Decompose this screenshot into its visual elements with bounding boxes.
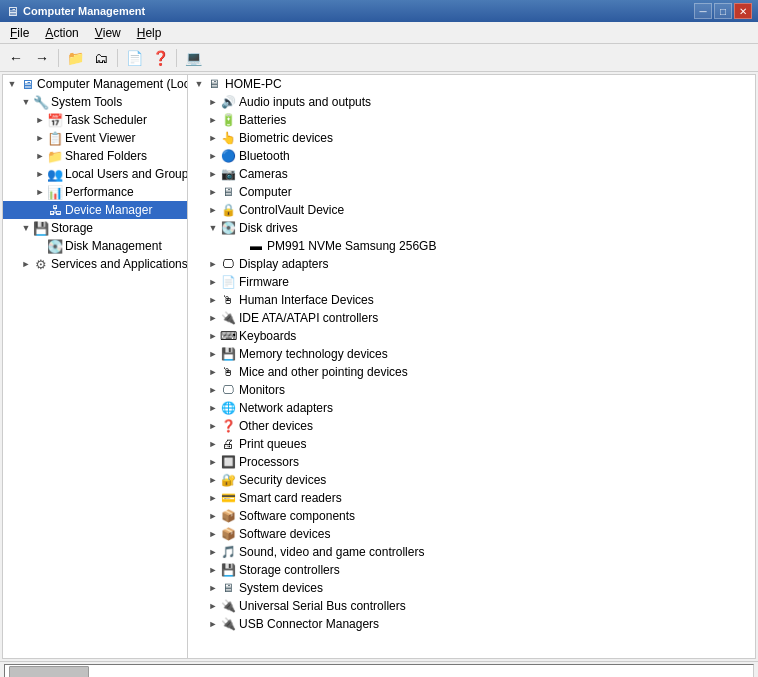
expand-biometric[interactable]: ► [206, 131, 220, 145]
toolbar-properties[interactable]: 📄 [122, 47, 146, 69]
expand-monitors[interactable]: ► [206, 383, 220, 397]
expand-local-users[interactable]: ► [33, 167, 47, 181]
expand-print-queues[interactable]: ► [206, 437, 220, 451]
maximize-button[interactable]: □ [714, 3, 732, 19]
expand-computer-management[interactable]: ▼ [5, 77, 19, 91]
expand-cameras[interactable]: ► [206, 167, 220, 181]
tree-storage[interactable]: ▼ 💾 Storage [3, 219, 187, 237]
expand-disk-drives[interactable]: ▼ [206, 221, 220, 235]
expand-performance[interactable]: ► [33, 185, 47, 199]
expand-batteries[interactable]: ► [206, 113, 220, 127]
right-memory-tech[interactable]: ► 💾 Memory technology devices [188, 345, 755, 363]
expand-smart-card-readers[interactable]: ► [206, 491, 220, 505]
tree-shared-folders[interactable]: ► 📁 Shared Folders [3, 147, 187, 165]
minimize-button[interactable]: ─ [694, 3, 712, 19]
processors-label: Processors [239, 455, 299, 469]
expand-memory-tech[interactable]: ► [206, 347, 220, 361]
expand-firmware[interactable]: ► [206, 275, 220, 289]
right-batteries[interactable]: ► 🔋 Batteries [188, 111, 755, 129]
right-keyboards[interactable]: ► ⌨ Keyboards [188, 327, 755, 345]
expand-hid[interactable]: ► [206, 293, 220, 307]
tree-system-tools[interactable]: ▼ 🔧 System Tools [3, 93, 187, 111]
expand-network-adapters[interactable]: ► [206, 401, 220, 415]
right-ide-ata[interactable]: ► 🔌 IDE ATA/ATAPI controllers [188, 309, 755, 327]
tree-performance[interactable]: ► 📊 Performance [3, 183, 187, 201]
expand-system-devices[interactable]: ► [206, 581, 220, 595]
local-users-icon: 👥 [47, 166, 63, 182]
menu-view[interactable]: View [87, 22, 129, 43]
expand-bluetooth[interactable]: ► [206, 149, 220, 163]
toolbar-back[interactable]: ← [4, 47, 28, 69]
expand-software-devices[interactable]: ► [206, 527, 220, 541]
right-print-queues[interactable]: ► 🖨 Print queues [188, 435, 755, 453]
right-mice[interactable]: ► 🖱 Mice and other pointing devices [188, 363, 755, 381]
right-security-devices[interactable]: ► 🔐 Security devices [188, 471, 755, 489]
expand-services-apps[interactable]: ► [19, 257, 33, 271]
expand-computer[interactable]: ► [206, 185, 220, 199]
right-monitors[interactable]: ► 🖵 Monitors [188, 381, 755, 399]
right-display-adapters[interactable]: ► 🖵 Display adapters [188, 255, 755, 273]
toolbar-up[interactable]: 📁 [63, 47, 87, 69]
expand-sound-video[interactable]: ► [206, 545, 220, 559]
right-network-adapters[interactable]: ► 🌐 Network adapters [188, 399, 755, 417]
menu-file[interactable]: File [2, 22, 37, 43]
right-controlvault[interactable]: ► 🔒 ControlVault Device [188, 201, 755, 219]
right-firmware[interactable]: ► 📄 Firmware [188, 273, 755, 291]
expand-controlvault[interactable]: ► [206, 203, 220, 217]
right-audio[interactable]: ► 🔊 Audio inputs and outputs [188, 93, 755, 111]
right-software-devices[interactable]: ► 📦 Software devices [188, 525, 755, 543]
expand-other-devices[interactable]: ► [206, 419, 220, 433]
expand-shared-folders[interactable]: ► [33, 149, 47, 163]
disk-management-label: Disk Management [65, 239, 162, 253]
right-smart-card-readers[interactable]: ► 💳 Smart card readers [188, 489, 755, 507]
right-computer-root[interactable]: ▼ 🖥 HOME-PC [188, 75, 755, 93]
right-usb-controllers[interactable]: ► 🔌 Universal Serial Bus controllers [188, 597, 755, 615]
right-other-devices[interactable]: ► ❓ Other devices [188, 417, 755, 435]
expand-usb-controllers[interactable]: ► [206, 599, 220, 613]
expand-home-pc[interactable]: ▼ [192, 77, 206, 91]
expand-ide-ata[interactable]: ► [206, 311, 220, 325]
toolbar-monitor[interactable]: 💻 [181, 47, 205, 69]
tree-device-manager[interactable]: ► 🖧 Device Manager [3, 201, 187, 219]
right-system-devices[interactable]: ► 🖥 System devices [188, 579, 755, 597]
expand-event-viewer[interactable]: ► [33, 131, 47, 145]
expand-usb-connector-managers[interactable]: ► [206, 617, 220, 631]
right-bluetooth[interactable]: ► 🔵 Bluetooth [188, 147, 755, 165]
expand-software-components[interactable]: ► [206, 509, 220, 523]
toolbar-show-hide[interactable]: 🗂 [89, 47, 113, 69]
right-software-components[interactable]: ► 📦 Software components [188, 507, 755, 525]
expand-mice[interactable]: ► [206, 365, 220, 379]
expand-audio[interactable]: ► [206, 95, 220, 109]
right-cameras[interactable]: ► 📷 Cameras [188, 165, 755, 183]
right-disk-drives[interactable]: ▼ 💽 Disk drives [188, 219, 755, 237]
display-adapters-label: Display adapters [239, 257, 328, 271]
menu-help[interactable]: Help [129, 22, 170, 43]
menu-action[interactable]: Action [37, 22, 86, 43]
tree-computer-management[interactable]: ▼ 🖥 Computer Management (Local [3, 75, 187, 93]
right-sound-video[interactable]: ► 🎵 Sound, video and game controllers [188, 543, 755, 561]
expand-system-tools[interactable]: ▼ [19, 95, 33, 109]
expand-storage-controllers[interactable]: ► [206, 563, 220, 577]
expand-security-devices[interactable]: ► [206, 473, 220, 487]
right-usb-connector-managers[interactable]: ► 🔌 USB Connector Managers [188, 615, 755, 633]
tree-local-users[interactable]: ► 👥 Local Users and Groups [3, 165, 187, 183]
expand-display-adapters[interactable]: ► [206, 257, 220, 271]
right-storage-controllers[interactable]: ► 💾 Storage controllers [188, 561, 755, 579]
close-button[interactable]: ✕ [734, 3, 752, 19]
scrollbar-track[interactable] [9, 665, 89, 678]
toolbar-help[interactable]: ❓ [148, 47, 172, 69]
expand-task-scheduler[interactable]: ► [33, 113, 47, 127]
expand-processors[interactable]: ► [206, 455, 220, 469]
expand-keyboards[interactable]: ► [206, 329, 220, 343]
tree-event-viewer[interactable]: ► 📋 Event Viewer [3, 129, 187, 147]
right-hid[interactable]: ► 🖱 Human Interface Devices [188, 291, 755, 309]
expand-storage[interactable]: ▼ [19, 221, 33, 235]
right-pm991[interactable]: ► ▬ PM991 NVMe Samsung 256GB [188, 237, 755, 255]
toolbar-forward[interactable]: → [30, 47, 54, 69]
tree-services-apps[interactable]: ► ⚙ Services and Applications [3, 255, 187, 273]
right-computer[interactable]: ► 🖥 Computer [188, 183, 755, 201]
right-processors[interactable]: ► 🔲 Processors [188, 453, 755, 471]
tree-task-scheduler[interactable]: ► 📅 Task Scheduler [3, 111, 187, 129]
right-biometric[interactable]: ► 👆 Biometric devices [188, 129, 755, 147]
tree-disk-management[interactable]: 💽 Disk Management [3, 237, 187, 255]
